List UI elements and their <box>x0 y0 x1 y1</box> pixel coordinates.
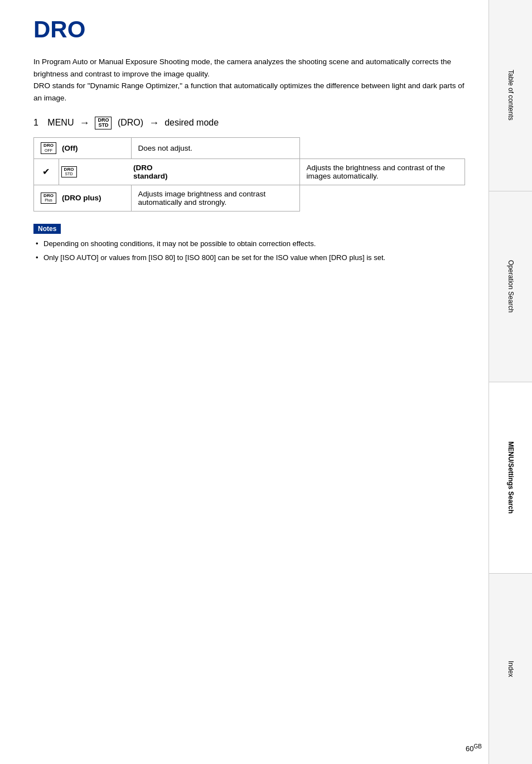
step-number: 1 <box>33 118 38 128</box>
notes-badge: Notes <box>33 224 61 234</box>
table-row: ✔ DRO STD (DROstandard) Adjusts the brig… <box>34 158 465 185</box>
table-row: DRO Plus (DRO plus) Adjusts image bright… <box>34 185 465 211</box>
intro-paragraph: In Program Auto or Manual Exposure Shoot… <box>33 56 465 104</box>
dro-label-heading: (DRO) <box>115 118 143 128</box>
menu-label: MENU <box>47 118 74 128</box>
sidebar: Table of contents Operation Search MENU/… <box>489 0 532 764</box>
table-cell-checkmark: ✔ <box>34 158 59 185</box>
page-title: DRO <box>33 17 465 42</box>
notes-section: Notes Depending on shooting conditions, … <box>33 224 465 264</box>
table-cell-label: (DRO plus) <box>59 185 131 211</box>
sidebar-tab-menu[interactable]: MENU/Settings Search <box>489 382 532 574</box>
dro-std-icon: DRO STD <box>61 166 77 177</box>
dro-plus-icon: DRO Plus <box>41 193 56 204</box>
table-row: DRO OFF (Off) Does not adjust. <box>34 138 465 158</box>
page-number: 60GB <box>466 743 482 753</box>
desired-mode-label: desired mode <box>165 118 219 128</box>
table-cell-desc: Adjusts image brightness and contrast au… <box>131 185 299 211</box>
list-item: Depending on shooting conditions, it may… <box>33 238 465 250</box>
dro-std-icon-heading: DRO STD <box>95 117 112 130</box>
dro-options-table: DRO OFF (Off) Does not adjust. ✔ <box>33 137 465 211</box>
dro-off-icon: DRO OFF <box>41 142 56 153</box>
table-cell-label: (DROstandard) <box>131 158 299 185</box>
table-cell-icon: DRO Plus <box>34 185 59 211</box>
sidebar-tab-index[interactable]: Index <box>489 574 532 765</box>
sidebar-tab-operation[interactable]: Operation Search <box>489 191 532 383</box>
table-cell-icon: DRO OFF <box>34 138 59 158</box>
arrow-icon-1: → <box>79 117 89 129</box>
sidebar-tab-toc[interactable]: Table of contents <box>489 0 532 191</box>
selected-checkmark: ✔ <box>42 167 50 176</box>
section-heading: 1 MENU → DRO STD (DRO) → desired mode <box>33 117 465 130</box>
notes-list: Depending on shooting conditions, it may… <box>33 238 465 264</box>
arrow-icon-2: → <box>149 117 159 129</box>
table-cell-label: (Off) <box>59 138 131 158</box>
table-cell-desc: Adjusts the brightness and contrast of t… <box>299 158 465 185</box>
table-cell-icon: DRO STD <box>59 158 131 185</box>
table-cell-desc: Does not adjust. <box>131 138 299 158</box>
list-item: Only [ISO AUTO] or values from [ISO 80] … <box>33 252 465 264</box>
